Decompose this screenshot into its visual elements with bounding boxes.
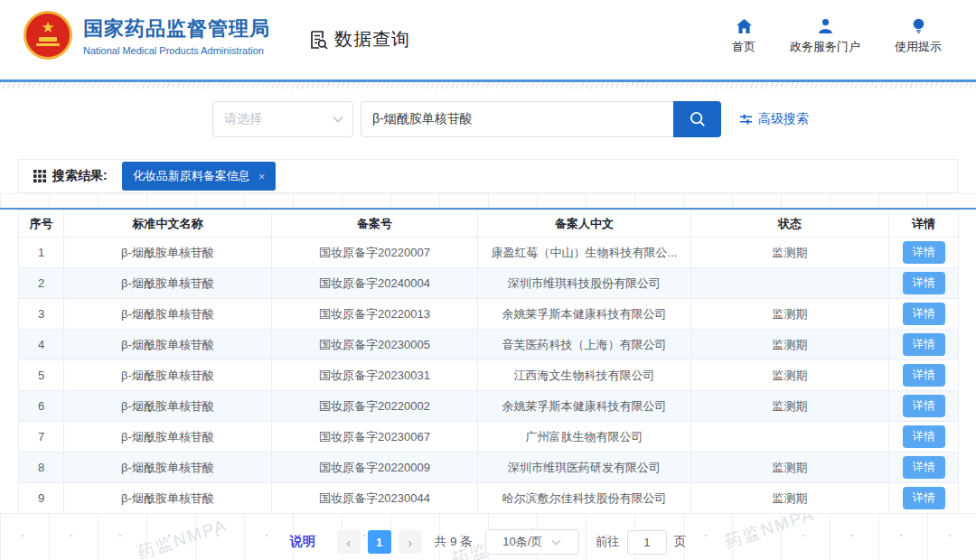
- cell-status: 监测期: [691, 453, 889, 483]
- cell-index: 9: [19, 483, 64, 514]
- cell-name: β-烟酰胺单核苷酸: [64, 299, 272, 330]
- cell-reg-no: 国妆原备字20240004: [272, 268, 478, 299]
- cell-applicant: 余姚莱孚斯本健康科技有限公司: [478, 299, 691, 330]
- chevron-left-icon: ‹: [346, 535, 351, 550]
- nav-portal[interactable]: 政务服务门户: [790, 18, 860, 55]
- table-row: 4 β-烟酰胺单核苷酸 国妆原备字20230005 音芙医药科技（上海）有限公司…: [19, 330, 959, 360]
- goto-page-input[interactable]: [627, 530, 667, 555]
- page-size-select[interactable]: 10条/页: [485, 529, 579, 555]
- prev-page-button[interactable]: ‹: [337, 530, 361, 554]
- user-icon: [817, 18, 834, 34]
- detail-button[interactable]: 详情: [903, 303, 945, 325]
- cell-reg-no: 国妆原备字20220002: [272, 391, 478, 422]
- brand-subtitle: National Medical Products Administration: [83, 45, 270, 56]
- page-size-value: 10条/页: [502, 534, 542, 550]
- cell-index: 7: [19, 422, 64, 453]
- detail-button[interactable]: 详情: [903, 241, 945, 264]
- page-1-button[interactable]: 1: [368, 530, 391, 554]
- table-row: 8 β-烟酰胺单核苷酸 国妆原备字20220009 深圳市维琪医药研发有限公司 …: [19, 453, 959, 483]
- tag-close-icon[interactable]: ×: [258, 171, 266, 182]
- cell-applicant: 余姚莱孚斯本健康科技有限公司: [478, 391, 691, 422]
- col-index: 序号: [19, 210, 64, 238]
- total-count-label: 共 9 条: [435, 534, 473, 550]
- cell-index: 5: [19, 360, 64, 391]
- cell-name: β-烟酰胺单核苷酸: [64, 422, 272, 453]
- table-row: 6 β-烟酰胺单核苷酸 国妆原备字20220002 余姚莱孚斯本健康科技有限公司…: [19, 391, 959, 422]
- detail-button[interactable]: 详情: [903, 487, 945, 509]
- site-header: ★ 国家药品监督管理局 National Medical Products Ad…: [0, 0, 976, 79]
- cell-name: β-烟酰胺单核苷酸: [64, 453, 272, 483]
- detail-button[interactable]: 详情: [903, 333, 945, 356]
- cell-name: β-烟酰胺单核苷酸: [64, 483, 272, 514]
- grid-icon: [33, 170, 46, 182]
- nav-home[interactable]: 首页: [732, 18, 755, 55]
- cell-reg-no: 国妆原备字20220013: [272, 299, 478, 330]
- cell-applicant: 康盈红莓（中山）生物科技有限公...: [478, 238, 691, 268]
- cell-name: β-烟酰胺单核苷酸: [64, 268, 272, 299]
- results-label: 搜索结果:: [52, 168, 108, 184]
- nav-portal-label: 政务服务门户: [790, 39, 860, 55]
- cell-status: 监测期: [691, 299, 889, 330]
- search-button[interactable]: [673, 101, 721, 137]
- search-input[interactable]: [361, 101, 673, 137]
- col-applicant: 备案人中文: [478, 210, 691, 238]
- nav-tips[interactable]: 使用提示: [895, 18, 942, 55]
- detail-button[interactable]: 详情: [903, 456, 945, 479]
- brand-text: 国家药品监督管理局 National Medical Products Admi…: [83, 15, 270, 56]
- table-row: 5 β-烟酰胺单核苷酸 国妆原备字20230031 江西海文生物科技有限公司 监…: [19, 360, 959, 391]
- search-bar: 请选择 高级搜索: [212, 101, 809, 137]
- cell-applicant: 音芙医药科技（上海）有限公司: [478, 330, 691, 360]
- advanced-search-link[interactable]: 高级搜索: [739, 111, 809, 127]
- cell-applicant: 广州富肽生物有限公司: [478, 422, 691, 453]
- advanced-search-label: 高级搜索: [758, 111, 809, 127]
- cell-index: 1: [19, 238, 64, 268]
- cell-reg-no: 国妆原备字20220009: [272, 453, 478, 483]
- cell-status: [691, 268, 889, 299]
- cell-index: 8: [19, 453, 64, 483]
- cell-reg-no: 国妆原备字20230067: [272, 422, 478, 453]
- home-icon: [736, 18, 753, 34]
- nav-home-label: 首页: [732, 39, 755, 55]
- category-select[interactable]: 请选择: [212, 101, 353, 137]
- top-nav: 首页 政务服务门户 使用提示: [732, 18, 942, 55]
- cell-applicant: 深圳市维琪医药研发有限公司: [478, 453, 691, 483]
- table-row: 1 β-烟酰胺单核苷酸 国妆原备字20220007 康盈红莓（中山）生物科技有限…: [19, 238, 959, 268]
- goto-label: 前往: [596, 534, 620, 550]
- chevron-right-icon: ›: [408, 535, 412, 550]
- note-link[interactable]: 说明: [290, 534, 315, 550]
- results-table-wrap: 序号 标准中文名称 备案号 备案人中文 状态 详情 1 β-烟酰胺单核苷酸 国妆…: [18, 210, 958, 514]
- chevron-down-icon: [333, 116, 343, 123]
- cell-index: 6: [19, 391, 64, 422]
- brand-title: 国家药品监督管理局: [83, 15, 270, 42]
- category-select-placeholder: 请选择: [224, 111, 262, 127]
- result-filter-tag[interactable]: 化妆品新原料备案信息 ×: [122, 162, 277, 191]
- app-title-label: 数据查询: [334, 27, 410, 51]
- detail-button[interactable]: 详情: [903, 425, 945, 448]
- cell-reg-no: 国妆原备字20230031: [272, 360, 478, 391]
- table-header-row: 序号 标准中文名称 备案号 备案人中文 状态 详情: [19, 210, 959, 238]
- cell-reg-no: 国妆原备字20230005: [272, 330, 478, 360]
- national-emblem-logo: ★: [23, 11, 72, 60]
- cell-name: β-烟酰胺单核苷酸: [64, 360, 272, 391]
- results-table: 序号 标准中文名称 备案号 备案人中文 状态 详情 1 β-烟酰胺单核苷酸 国妆…: [18, 210, 959, 514]
- table-row: 9 β-烟酰胺单核苷酸 国妆原备字20230044 哈尔滨敷尔佳科技股份有限公司…: [19, 483, 959, 514]
- chevron-down-icon: [551, 539, 561, 546]
- next-page-button[interactable]: ›: [399, 530, 422, 554]
- cell-status: 监测期: [691, 391, 889, 422]
- col-reg-no: 备案号: [272, 210, 478, 238]
- cell-status: [691, 422, 889, 453]
- page: ★ 国家药品监督管理局 National Medical Products Ad…: [0, 0, 976, 560]
- header-hatch-band: [0, 82, 976, 89]
- cell-index: 3: [19, 299, 64, 330]
- table-row: 3 β-烟酰胺单核苷酸 国妆原备字20220013 余姚莱孚斯本健康科技有限公司…: [19, 299, 959, 330]
- emblem-star-icon: ★: [41, 21, 54, 34]
- detail-button[interactable]: 详情: [903, 364, 945, 387]
- cell-reg-no: 国妆原备字20220007: [272, 238, 478, 268]
- cell-index: 2: [19, 268, 64, 299]
- app-title: 数据查询: [307, 27, 410, 51]
- lightbulb-icon: [910, 18, 927, 34]
- detail-button[interactable]: 详情: [903, 272, 945, 294]
- filter-sliders-icon: [739, 113, 753, 126]
- detail-button[interactable]: 详情: [903, 395, 945, 417]
- goto-page-group: 前往 页: [596, 530, 687, 555]
